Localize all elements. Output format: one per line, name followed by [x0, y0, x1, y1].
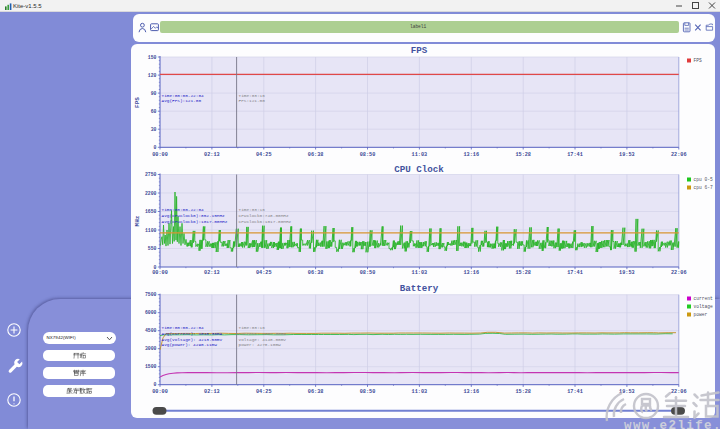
svg-text:1500: 1500 — [145, 364, 157, 369]
svg-text:04:25: 04:25 — [256, 389, 272, 395]
svg-text:06:38: 06:38 — [308, 270, 324, 276]
svg-text:11:03: 11:03 — [412, 152, 428, 158]
svg-text:voltage: voltage — [694, 304, 714, 309]
svg-text:2200: 2200 — [145, 191, 157, 196]
svg-text:0: 0 — [154, 265, 157, 270]
svg-text:06:38: 06:38 — [308, 389, 324, 395]
svg-text:7500: 7500 — [145, 292, 157, 297]
svg-text:06:38: 06:38 — [308, 152, 324, 158]
svg-text:Avg(voltage): 4213.50mV: Avg(voltage): 4213.50mV — [162, 337, 223, 342]
svg-text:17:41: 17:41 — [567, 270, 583, 276]
svg-text:Avg(CPUClock0):852.15MHz: Avg(CPUClock0):852.15MHz — [162, 213, 226, 218]
svg-text:MHz: MHz — [134, 215, 141, 226]
svg-text:08:50: 08:50 — [360, 389, 376, 395]
svg-text:Time:00:00-22:04: Time:00:00-22:04 — [162, 207, 205, 212]
svg-text:19:53: 19:53 — [619, 152, 635, 158]
svg-text:22:06: 22:06 — [671, 152, 687, 158]
svg-text:3000: 3000 — [145, 346, 157, 351]
svg-text:power: 4278.10mW: power: 4278.10mW — [239, 342, 282, 347]
svg-text:13:16: 13:16 — [464, 152, 480, 158]
svg-text:13:16: 13:16 — [464, 389, 480, 395]
svg-text:00:00: 00:00 — [152, 389, 168, 395]
svg-text:cpu 6-7: cpu 6-7 — [694, 185, 714, 190]
svg-text:0: 0 — [154, 382, 157, 387]
svg-text:FPS: FPS — [134, 97, 141, 108]
svg-text:17:41: 17:41 — [567, 389, 583, 395]
svg-text:11:03: 11:03 — [412, 270, 428, 276]
svg-text:Time:00:00-22:04: Time:00:00-22:04 — [162, 325, 205, 330]
svg-text:1650: 1650 — [145, 209, 157, 214]
svg-text:current: current — [694, 296, 714, 301]
svg-text:Avg(power): 4290.11mW: Avg(power): 4290.11mW — [162, 342, 218, 347]
svg-text:08:50: 08:50 — [360, 270, 376, 276]
svg-text:15:28: 15:28 — [515, 152, 531, 158]
svg-text:17:41: 17:41 — [567, 152, 583, 158]
svg-text:08:50: 08:50 — [360, 152, 376, 158]
svg-text:power: power — [694, 312, 708, 317]
svg-text:cpu 0-5: cpu 0-5 — [694, 177, 714, 182]
svg-text:Avg(current): 1015.36mA: Avg(current): 1015.36mA — [162, 331, 223, 336]
svg-text:current: 1007.00mA: current: 1007.00mA — [239, 331, 287, 336]
svg-text:15:28: 15:28 — [515, 389, 531, 395]
svg-text:Time:03:16: Time:03:16 — [239, 207, 266, 212]
svg-text:FPS: FPS — [411, 45, 428, 56]
svg-text:11:03: 11:03 — [412, 389, 428, 395]
svg-text:Avg(CPUClock6):1017.00MHz: Avg(CPUClock6):1017.00MHz — [162, 219, 228, 224]
svg-text:04:25: 04:25 — [256, 152, 272, 158]
svg-text:60: 60 — [151, 109, 157, 114]
svg-text:550: 550 — [148, 246, 157, 251]
svg-text:02:13: 02:13 — [204, 270, 220, 276]
svg-text:4500: 4500 — [145, 328, 157, 333]
svg-text:30: 30 — [151, 127, 157, 132]
svg-text:22:06: 22:06 — [671, 389, 687, 395]
svg-text:CPU Clock: CPU Clock — [394, 164, 444, 175]
svg-text:Battery: Battery — [400, 283, 439, 294]
svg-text:Time:03:16: Time:03:16 — [239, 325, 266, 330]
svg-text:voltage: 4140.00mV: voltage: 4140.00mV — [239, 337, 287, 342]
svg-text:FPS:121.00: FPS:121.00 — [239, 98, 266, 103]
svg-text:02:13: 02:13 — [204, 152, 220, 158]
svg-text:CPUClock6:1017.00MHz: CPUClock6:1017.00MHz — [239, 219, 292, 224]
svg-text:02:13: 02:13 — [204, 389, 220, 395]
svg-text:FPS: FPS — [694, 58, 703, 63]
svg-text:1100: 1100 — [145, 228, 157, 233]
svg-text:90: 90 — [151, 91, 157, 96]
svg-text:CPUClock0:748.00MHz: CPUClock0:748.00MHz — [239, 213, 289, 218]
svg-text:15:28: 15:28 — [515, 270, 531, 276]
svg-text:19:53: 19:53 — [619, 270, 635, 276]
svg-text:04:25: 04:25 — [256, 270, 272, 276]
svg-text:Avg(FPS):121.00: Avg(FPS):121.00 — [162, 98, 202, 103]
svg-text:150: 150 — [148, 55, 157, 60]
svg-text:2750: 2750 — [145, 172, 157, 177]
svg-text:120: 120 — [148, 73, 157, 78]
svg-text:00:00: 00:00 — [152, 152, 168, 158]
svg-text:13:16: 13:16 — [464, 270, 480, 276]
svg-text:6000: 6000 — [145, 310, 157, 315]
svg-text:www.e2life.net: www.e2life.net — [624, 419, 720, 429]
svg-text:22:06: 22:06 — [671, 270, 687, 276]
svg-text:00:00: 00:00 — [152, 270, 168, 276]
svg-text:0: 0 — [154, 145, 157, 150]
